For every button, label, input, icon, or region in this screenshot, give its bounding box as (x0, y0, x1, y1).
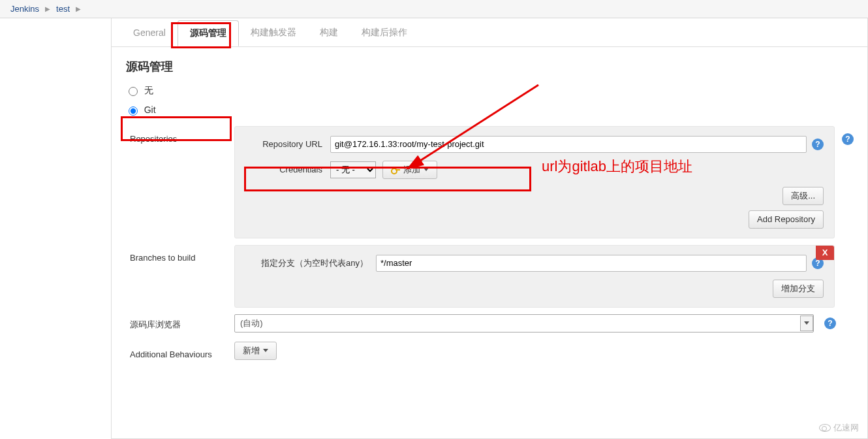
repo-browser-value: (自动) (235, 317, 800, 329)
repo-url-label: Repository URL (245, 139, 330, 149)
breadcrumb-job[interactable]: test (52, 4, 74, 14)
cloud-icon (819, 424, 831, 432)
additional-behaviours-label: Additional Behaviours (130, 342, 234, 359)
help-icon[interactable]: ? (824, 317, 836, 329)
delete-branch-button[interactable]: X (816, 246, 834, 260)
credentials-label: Credentials (245, 165, 330, 174)
chevron-down-icon (800, 316, 813, 331)
branch-spec-input[interactable] (376, 255, 807, 272)
add-behaviour-button[interactable]: 新增 (234, 342, 277, 360)
tab-general[interactable]: General (121, 21, 178, 44)
repo-browser-select[interactable]: (自动) (234, 314, 814, 333)
tab-scm[interactable]: 源码管理 (178, 20, 239, 46)
repo-url-input[interactable] (330, 136, 807, 153)
breadcrumb: Jenkins ▶ test ▶ (0, 0, 868, 18)
key-icon (391, 167, 400, 173)
breadcrumb-root[interactable]: Jenkins (7, 4, 43, 14)
tab-build[interactable]: 构建 (308, 20, 350, 45)
advanced-button[interactable]: 高级... (783, 187, 824, 205)
config-tabs: General 源码管理 构建触发器 构建 构建后操作 (112, 18, 867, 47)
add-repository-button[interactable]: Add Repository (749, 210, 824, 229)
tab-triggers[interactable]: 构建触发器 (239, 20, 308, 45)
section-title: 源码管理 (112, 47, 867, 81)
repo-browser-label: 源码库浏览器 (130, 316, 234, 331)
help-icon[interactable]: ? (842, 133, 854, 145)
add-credentials-label: 添加 (403, 164, 420, 176)
watermark-text: 亿速网 (833, 422, 859, 434)
chevron-right-icon: ▶ (74, 5, 83, 12)
config-panel: General 源码管理 构建触发器 构建 构建后操作 源码管理 无 Git R… (111, 18, 868, 439)
scm-radio-none-label: 无 (144, 85, 153, 95)
scm-radio-git[interactable] (129, 106, 138, 116)
watermark: 亿速网 (819, 422, 859, 434)
scm-radio-git-label: Git (144, 105, 156, 115)
chevron-down-icon (424, 168, 429, 171)
add-credentials-button[interactable]: 添加 (382, 161, 437, 179)
credentials-select[interactable]: - 无 - (330, 161, 376, 178)
add-branch-button[interactable]: 增加分支 (773, 280, 824, 298)
help-icon[interactable]: ? (812, 138, 824, 150)
add-behaviour-label: 新增 (243, 345, 260, 357)
tab-postbuild[interactable]: 构建后操作 (350, 20, 419, 45)
chevron-down-icon (263, 349, 268, 352)
scm-radio-none[interactable] (129, 87, 138, 96)
branches-label: Branches to build (130, 245, 234, 263)
repositories-label: Repositories (130, 126, 234, 144)
branch-spec-label: 指定分支（为空时代表any） (245, 257, 376, 269)
chevron-right-icon: ▶ (43, 5, 52, 12)
